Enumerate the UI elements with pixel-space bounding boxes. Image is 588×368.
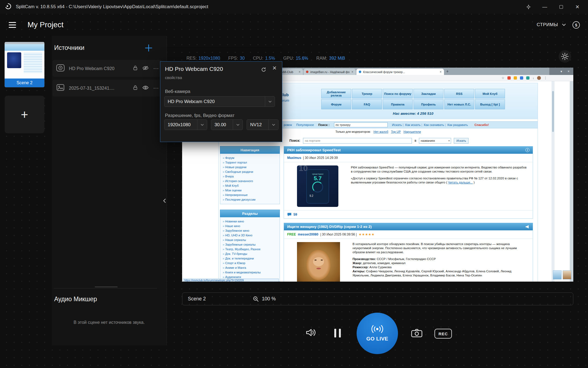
- forum-search-input: по трекеру: [334, 122, 388, 127]
- close-button[interactable]: ×: [571, 0, 584, 14]
- chevron-down-icon: [562, 23, 566, 26]
- refresh-icon[interactable]: [261, 67, 266, 73]
- scene-bar: Scene 2 100 %: [182, 292, 573, 305]
- banner-thumbnail: [563, 270, 571, 279]
- browser-tab: imageBan.ru - Надёжный фотох...×: [304, 69, 356, 75]
- post-meta-row: FREE messer20080 | 30 Июл 2025 06:39:56 …: [284, 230, 533, 239]
- forum-link: Популярное: [296, 123, 314, 126]
- zoom-value: 100 %: [262, 296, 276, 302]
- source-row-webcam[interactable]: HD Pro Webcam C920 ⋯: [53, 60, 162, 77]
- eye-off-icon[interactable]: [142, 66, 149, 71]
- sources-heading: Источники: [54, 44, 84, 52]
- stat: GPU:15.6%: [283, 56, 308, 61]
- eye-icon[interactable]: [142, 85, 149, 91]
- forum-section-item: Наши сериалы: [223, 238, 277, 242]
- scene-preview-image: [5, 42, 44, 79]
- forum-nav-cell: Правила: [383, 99, 413, 109]
- forum-members-count: Нас вместе: 4 256 510: [321, 111, 505, 116]
- forum-portal-select: названиях▾: [419, 138, 451, 144]
- record-button[interactable]: REC: [434, 329, 452, 339]
- add-source-button[interactable]: [144, 44, 153, 53]
- format-label: Разрешение, fps, Видео формат: [165, 113, 235, 118]
- donate-coin-icon[interactable]: $: [572, 21, 580, 29]
- browser-menu-icon: ⋮: [544, 76, 547, 80]
- stat: RAM:392 MiB: [316, 56, 345, 61]
- forum-section-item: Наше кино: [223, 224, 277, 228]
- forum-nav-item: Мои оценки: [223, 188, 277, 193]
- post-paragraph: «Доступ к сервису Speedtest ограничен со…: [351, 176, 528, 185]
- menu-hamburger-icon[interactable]: [9, 22, 16, 28]
- page-scrollbar: [552, 81, 555, 282]
- stat-value: 15.6%: [296, 56, 308, 61]
- post-date: | 30 Июл 2025 14:29:39: [303, 156, 338, 160]
- brightness-button[interactable]: [559, 50, 571, 63]
- minimize-button[interactable]: —: [538, 0, 551, 14]
- speedtest-phone: Upload Speed 5.7 9.2: [306, 169, 329, 204]
- webcam-source-icon: [56, 63, 65, 74]
- snapshot-button[interactable]: [411, 328, 422, 339]
- video-format-select[interactable]: NV12: [247, 119, 278, 130]
- streams-dropdown[interactable]: СТРИМЫ: [537, 22, 566, 28]
- gauge-icon: [312, 182, 323, 192]
- fps-select[interactable]: 30.00: [211, 119, 243, 130]
- pause-icon: [334, 329, 336, 337]
- collapse-panel-icon[interactable]: [163, 198, 166, 204]
- post-credits: Производство: СССР / Мосфильм, Гостелера…: [353, 257, 528, 277]
- pause-button[interactable]: [334, 329, 341, 337]
- zoom-icon: [253, 296, 259, 302]
- share-icons: tfв: [516, 233, 529, 236]
- lock-icon[interactable]: [133, 65, 138, 72]
- source-name: 2025-07-31_153241....: [69, 86, 129, 91]
- stat-label: GPU:: [283, 56, 294, 61]
- browser-edge: [570, 81, 573, 282]
- resolution-select[interactable]: 1920x1080: [164, 119, 207, 130]
- stat: RES:1920x1080: [186, 56, 220, 61]
- broadcast-icon: [369, 325, 386, 333]
- dialog-subtitle: свойства: [165, 75, 182, 80]
- audio-mixer-heading: Аудио Микшер: [54, 295, 97, 303]
- extension-icon: [526, 76, 529, 80]
- forum-nav-cell: FAQ: [352, 99, 382, 109]
- scene-thumbnail[interactable]: Scene 2: [5, 42, 44, 87]
- project-title: My Project: [27, 20, 63, 29]
- rating-stars: ★★★★★: [359, 233, 375, 236]
- post-paragraph: В нотариальной конторе обнаружен покойни…: [353, 242, 528, 254]
- extension-icon: [507, 76, 511, 80]
- pin-on-top-icon[interactable]: [522, 0, 535, 14]
- post-body: 10 Upload Speed 5.7 9.2 РКН заблокировал…: [284, 162, 533, 210]
- lock-icon[interactable]: [133, 85, 138, 91]
- splitcam-logo-icon: [4, 2, 12, 11]
- forum-nav-cell: Трекер: [352, 89, 382, 98]
- panel-resize-handle[interactable]: [95, 286, 118, 287]
- post-body: В нотариальной конторе обнаружен покойни…: [284, 239, 533, 282]
- webcam-label: Веб-камера: [165, 89, 190, 94]
- source-row-image[interactable]: 2025-07-31_153241.... ⋯: [53, 80, 162, 96]
- share-icon: t: [516, 156, 520, 160]
- more-icon[interactable]: ⋯: [153, 65, 159, 72]
- forum-nav-cell: Мой Клуб: [475, 89, 505, 98]
- post-meta-row: Maximus | 30 Июл 2025 14:29:39 tfв: [284, 154, 533, 162]
- add-scene-button[interactable]: +: [5, 96, 44, 133]
- go-live-label: GO LIVE: [366, 336, 388, 342]
- forum-link: Нет жалоб: [373, 130, 388, 133]
- forum-navigation-title: Навигация: [220, 146, 280, 154]
- camera-icon: [411, 328, 422, 338]
- stat: CPU:1.5%: [253, 56, 275, 61]
- extension-icon: [520, 76, 523, 80]
- forum-mods-label: Только для модераторов:: [335, 130, 371, 133]
- maximize-button[interactable]: [555, 0, 567, 14]
- speaker-button[interactable]: [305, 328, 316, 339]
- go-live-button[interactable]: GO LIVE: [357, 313, 398, 354]
- post-image-movie: [297, 242, 340, 282]
- forum-nav-cell: Профиль: [414, 99, 443, 109]
- webcam-select[interactable]: HD Pro Webcam C920: [164, 96, 275, 107]
- post-author: Maximus: [287, 156, 301, 160]
- forum-nav-cell: Закладки: [414, 89, 443, 98]
- dialog-close-icon[interactable]: ×: [272, 64, 277, 72]
- more-icon[interactable]: ⋯: [153, 85, 159, 91]
- extension-icon: [514, 76, 517, 80]
- forum-portal-in: в: [415, 139, 416, 143]
- announce-icon: [525, 225, 529, 229]
- zoom-control[interactable]: 100 %: [253, 296, 276, 302]
- dialog-title: HD Pro Webcam C920: [165, 66, 223, 72]
